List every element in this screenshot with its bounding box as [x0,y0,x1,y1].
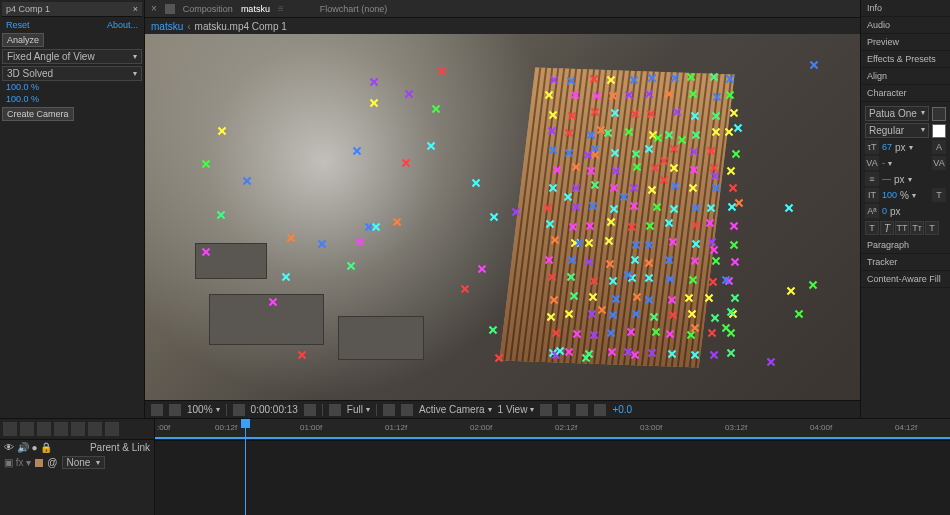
track-point[interactable] [725,90,735,100]
track-point[interactable] [544,90,554,100]
composition-mini-icon[interactable] [37,422,51,436]
track-point[interactable] [669,144,679,154]
track-point[interactable] [548,183,558,193]
track-point[interactable] [677,135,687,145]
track-point[interactable] [217,126,227,136]
track-point[interactable] [608,276,618,286]
track-point[interactable] [546,312,556,322]
track-point[interactable] [664,89,674,99]
track-point[interactable] [590,107,600,117]
track-point[interactable] [691,130,701,140]
track-point[interactable] [566,76,576,86]
playhead[interactable] [245,419,246,515]
track-point[interactable] [592,91,602,101]
track-point[interactable] [281,272,291,282]
gear-icon[interactable] [594,404,606,416]
track-point[interactable] [548,110,558,120]
track-point[interactable] [589,74,599,84]
track-point[interactable] [548,145,558,155]
track-point[interactable] [668,237,678,247]
track-point[interactable] [711,256,721,266]
track-point[interactable] [711,127,721,137]
track-point[interactable] [543,203,553,213]
shy-icon[interactable] [54,422,68,436]
graph-editor-icon[interactable] [105,422,119,436]
track-point[interactable] [596,125,606,135]
panel-preview[interactable]: Preview [861,34,950,51]
track-point[interactable] [585,221,595,231]
track-point[interactable] [610,108,620,118]
track-point[interactable] [551,328,561,338]
track-point[interactable] [734,198,744,208]
track-point[interactable] [712,92,722,102]
track-point[interactable] [404,89,414,99]
track-point[interactable] [567,111,577,121]
pickwhip-icon[interactable]: @ [47,457,57,468]
track-point[interactable] [706,203,716,213]
track-point[interactable] [564,128,574,138]
track-point[interactable] [564,309,574,319]
track-point[interactable] [584,257,594,267]
track-point[interactable] [623,270,633,280]
track-point[interactable] [566,272,576,282]
track-point[interactable] [623,347,633,357]
track-point[interactable] [571,202,581,212]
zoom-dropdown[interactable]: 100%▾ [187,404,220,415]
search-icon[interactable] [20,422,34,436]
grid-icon[interactable] [169,404,181,416]
track-point[interactable] [684,293,694,303]
track-point[interactable] [631,240,641,250]
track-point[interactable] [728,183,738,193]
track-point[interactable] [431,104,441,114]
track-point[interactable] [686,72,696,82]
track-point[interactable] [709,350,719,360]
track-point[interactable] [664,218,674,228]
composition-viewer[interactable] [145,34,860,400]
track-point[interactable] [645,221,655,231]
track-point[interactable] [632,162,642,172]
exposure-value[interactable]: +0.0 [612,404,632,415]
track-point[interactable] [629,201,639,211]
track-point[interactable] [652,202,662,212]
about-link[interactable]: About... [103,19,142,31]
track-point[interactable] [647,348,657,358]
track-point[interactable] [581,353,591,363]
close-icon[interactable]: × [133,4,138,14]
track-point[interactable] [607,347,617,357]
track-point[interactable] [731,149,741,159]
track-point[interactable] [626,327,636,337]
superscript-toggle[interactable]: T [925,221,939,235]
track-point[interactable] [669,163,679,173]
layer-color-chip[interactable] [35,459,43,467]
track-point[interactable] [721,275,731,285]
stroke-value[interactable]: — [882,174,891,184]
track-point[interactable] [691,239,701,249]
track-point[interactable] [317,239,327,249]
resolution-icon[interactable] [233,404,245,416]
track-point[interactable] [242,176,252,186]
panel-tracker[interactable]: Tracker [861,254,950,271]
track-point[interactable] [570,90,580,100]
track-point[interactable] [733,123,743,133]
font-size-value[interactable]: 67 [882,142,892,152]
track-point[interactable] [297,350,307,360]
track-point[interactable] [611,294,621,304]
panel-paragraph[interactable]: Paragraph [861,237,950,254]
track-point[interactable] [586,130,596,140]
track-point[interactable] [426,141,436,151]
track-point[interactable] [667,295,677,305]
track-point[interactable] [786,286,796,296]
track-point[interactable] [346,261,356,271]
track-point[interactable] [647,73,657,83]
track-point[interactable] [606,328,616,338]
track-point[interactable] [569,291,579,301]
track-point[interactable] [672,107,682,117]
track-point[interactable] [670,73,680,83]
breadcrumb-item[interactable]: matsku.mp4 Comp 1 [195,21,287,32]
track-point[interactable] [401,158,411,168]
track-point[interactable] [609,183,619,193]
track-point[interactable] [659,175,669,185]
track-point[interactable] [494,353,504,363]
track-point[interactable] [688,275,698,285]
frame-blend-icon[interactable] [71,422,85,436]
